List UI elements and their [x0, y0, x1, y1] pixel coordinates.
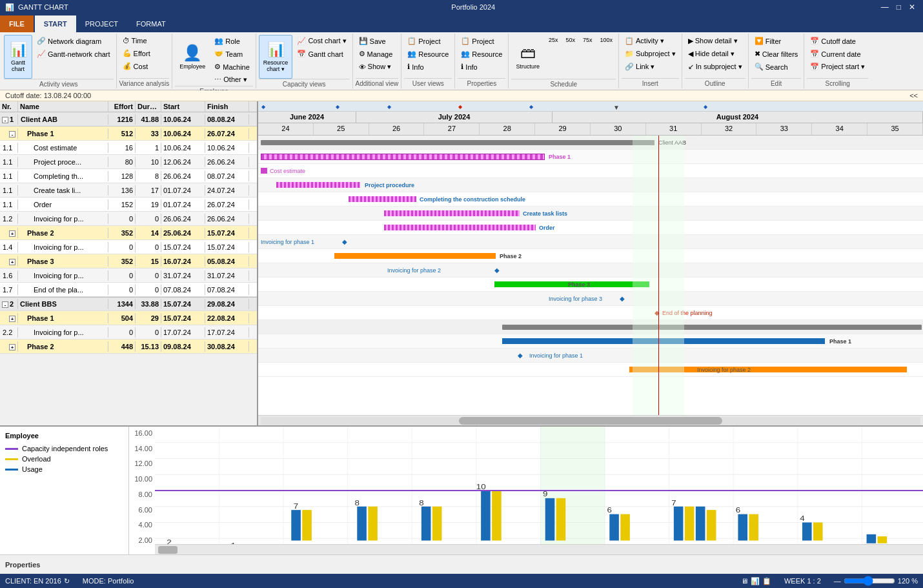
project-button[interactable]: 📋 Project	[404, 35, 452, 47]
show-button[interactable]: 👁 Show ▾	[356, 61, 396, 73]
table-row[interactable]: -1.1 Phase 1 512 33 10.06.24 26.07.24	[0, 127, 257, 141]
gantt-network-button[interactable]: 📈 Gantt-network chart	[34, 48, 114, 60]
properties-info-button[interactable]: ℹ Info	[458, 61, 505, 73]
gantt-row[interactable]	[258, 320, 923, 334]
table-row[interactable]: 1.1 Cost estimate 16 1 10.06.24 10.06.24	[0, 141, 257, 155]
table-row[interactable]: 1.1 Project proce... 80 10 12.06.24 26.0…	[0, 155, 257, 169]
table-row[interactable]: -2 Client BBS 1344 33.88 15.07.24 29.08.…	[0, 297, 257, 311]
gantt-body[interactable]: Client AAB Phase 1 Cost estimate Project…	[258, 136, 923, 415]
expand-button[interactable]: +	[9, 316, 15, 322]
subproject-button[interactable]: 📁 Subproject ▾	[622, 48, 679, 60]
effort-button[interactable]: 💪 Effort	[119, 47, 154, 59]
zoom-slider[interactable]	[844, 576, 895, 586]
expand-button[interactable]: +	[9, 344, 15, 350]
table-row[interactable]: 1.2 Invoicing for p... 0 0 26.06.24 26.0…	[0, 212, 257, 226]
tab-file[interactable]: FILE	[0, 15, 34, 32]
zoom-out-button[interactable]: —	[834, 577, 841, 585]
gantt-row[interactable]: ◆ Invoicing for phase 3	[258, 292, 923, 306]
gantt-row[interactable]: Phase 3	[258, 278, 923, 292]
pct100-button[interactable]: 100x	[597, 35, 616, 45]
current-date-button[interactable]: 📅 Current date	[807, 48, 868, 60]
time-button[interactable]: ⏱ Time	[119, 35, 154, 46]
activity-dropdown-button[interactable]: 📋 Activity ▾	[622, 35, 679, 47]
table-row[interactable]: +1.3 Phase 2 352 14 25.06.24 15.07.24	[0, 226, 257, 240]
cutoff-date-button[interactable]: 📅 Cutoff date	[807, 35, 868, 47]
refresh-icon[interactable]: ↻	[64, 577, 70, 585]
gantt-row[interactable]: Phase 1	[258, 150, 923, 164]
pct75-button[interactable]: 75x	[580, 35, 596, 45]
hide-detail-button[interactable]: ◀ Hide detail ▾	[685, 48, 746, 60]
structure-button[interactable]: 🗃 Structure	[511, 35, 544, 79]
table-row[interactable]: 1.1 Create task li... 136 17 01.07.24 24…	[0, 183, 257, 198]
network-diagram-button[interactable]: 🔗 Network diagram	[34, 35, 114, 47]
gantt-scrollbar-h[interactable]	[258, 415, 923, 425]
table-row[interactable]: +2.1 Phase 1 504 29 15.07.24 22.08.24	[0, 311, 257, 325]
gantt-row[interactable]: ◆ Invoicing for phase 2	[258, 263, 923, 278]
gantt-row[interactable]: Order	[258, 221, 923, 235]
resource-chart-button[interactable]: 📊 Resourcechart ▾	[259, 35, 293, 79]
info-button[interactable]: ℹ Info	[404, 61, 452, 73]
gantt-row[interactable]: Phase 1	[258, 334, 923, 349]
tab-project[interactable]: PROJECT	[76, 15, 127, 32]
maximize-button[interactable]: □	[894, 3, 904, 12]
other-button[interactable]: ⋯ Other ▾	[211, 74, 253, 86]
table-row[interactable]: 1.4 Invoicing for p... 0 0 15.07.24 15.0…	[0, 240, 257, 254]
table-row[interactable]: 1.7 End of the pla... 0 0 07.08.24 07.08…	[0, 283, 257, 297]
gantt-row[interactable]: Create task lists	[258, 207, 923, 221]
table-row[interactable]: 2.2 Invoicing for p... 0 0 17.07.24 17.0…	[0, 325, 257, 340]
gantt-row[interactable]: Client AAB	[258, 136, 923, 150]
gantt-chart-button[interactable]: 📊 Ganttchart	[4, 35, 32, 79]
manage-button[interactable]: ⚙ Manage	[356, 48, 396, 60]
gantt-row[interactable]: ◆ Invoicing for phase 1	[258, 349, 923, 363]
filter-button[interactable]: 🔽 Filter	[751, 35, 802, 47]
gantt-row[interactable]: Completing the construction schedule	[258, 192, 923, 207]
col-header-nr[interactable]: Nr.	[0, 101, 18, 112]
gantt-row[interactable]: Project procedure	[258, 178, 923, 192]
resource-scrollbar-h[interactable]	[155, 544, 923, 554]
gantt-row[interactable]: Invoicing for phase 2	[258, 363, 923, 377]
cost-chart-button[interactable]: 📈 Cost chart ▾	[294, 35, 349, 47]
gantt-row[interactable]: ◆ End of the planning	[258, 306, 923, 320]
gantt-row[interactable]: ◆ Invoicing for phase 1	[258, 235, 923, 249]
gantt-chart-view-button[interactable]: 📅 Gantt chart	[294, 48, 349, 60]
clear-filters-button[interactable]: ✖ Clear filters	[751, 48, 802, 60]
table-row[interactable]: 1.1 Completing th... 128 8 26.06.24 08.0…	[0, 169, 257, 183]
gantt-row[interactable]: Cost estimate	[258, 164, 923, 178]
table-row[interactable]: 1.1 Order 152 19 01.07.24 26.07.24	[0, 198, 257, 212]
table-row[interactable]: +1.5 Phase 3 352 15 16.07.24 05.08.24	[0, 254, 257, 269]
minimize-button[interactable]: —	[878, 3, 891, 12]
gantt-row[interactable]: Phase 2	[258, 249, 923, 263]
tab-start[interactable]: START	[35, 15, 76, 32]
col-header-dur[interactable]: Dura...	[136, 101, 161, 112]
link-button[interactable]: 🔗 Link ▾	[622, 61, 679, 73]
expand-button[interactable]: +	[9, 230, 15, 237]
machine-button[interactable]: ⚙ Machine	[211, 61, 253, 73]
cost-button[interactable]: 💰 Cost	[119, 60, 154, 72]
in-subproject-button[interactable]: ↙ In subproject ▾	[685, 61, 746, 73]
expand-button[interactable]: -	[9, 131, 15, 137]
close-button[interactable]: ✕	[906, 3, 918, 12]
resource-button[interactable]: 👥 Resource	[404, 48, 452, 60]
col-header-effort[interactable]: Effort	[108, 101, 136, 112]
pct25-button[interactable]: 25x	[545, 35, 562, 45]
team-button[interactable]: 🤝 Team	[211, 48, 253, 60]
col-header-finish[interactable]: Finish	[205, 101, 249, 112]
scrollbar-thumb[interactable]	[459, 417, 723, 425]
table-row[interactable]: +2.3 Phase 2 448 15.13 09.08.24 30.08.24	[0, 340, 257, 354]
show-detail-button[interactable]: ▶ Show detail ▾	[685, 35, 746, 47]
col-header-start[interactable]: Start	[161, 101, 205, 112]
table-row[interactable]: -1 Client AAB 1216 41.88 10.06.24 08.08.…	[0, 112, 257, 127]
project-start-button[interactable]: 📅 Project start ▾	[807, 61, 868, 73]
save-button[interactable]: 💾 Save	[356, 35, 396, 47]
expand-button[interactable]: -	[2, 301, 8, 308]
search-button[interactable]: 🔍 Search	[751, 61, 802, 73]
table-row[interactable]: 1.6 Invoicing for p... 0 0 31.07.24 31.0…	[0, 269, 257, 283]
properties-project-button[interactable]: 📋 Project	[458, 35, 505, 47]
tab-format[interactable]: FORMAT	[127, 15, 175, 32]
nav-arrows[interactable]: <<	[909, 92, 918, 99]
expand-button[interactable]: +	[9, 259, 15, 265]
role-button[interactable]: 👥 Role	[211, 35, 253, 47]
col-header-name[interactable]: Name	[18, 101, 108, 112]
employee-button[interactable]: 👤 Employee	[175, 35, 210, 79]
properties-resource-button[interactable]: 👥 Resource	[458, 48, 505, 60]
